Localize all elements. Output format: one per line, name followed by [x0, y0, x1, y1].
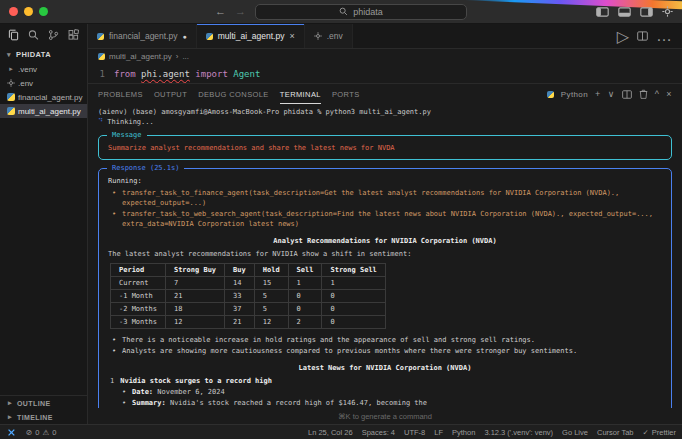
command-center-search[interactable]: phidata	[255, 4, 467, 20]
more-actions-icon[interactable]: …	[656, 27, 672, 45]
activity-bar	[0, 24, 87, 46]
traffic-lights	[9, 7, 48, 16]
editor-tab-bar: financial_agent.py ● multi_ai_agent.py ×…	[88, 24, 682, 49]
tool-call-text: transfer_task_to_finance_agent(task_desc…	[122, 188, 662, 208]
shell-label[interactable]: Python	[561, 90, 588, 99]
cursor-position[interactable]: Ln 25, Col 26	[308, 428, 353, 437]
python-icon	[98, 53, 105, 60]
section-heading-recommendations: Analyst Recommendations for NVIDIA Corpo…	[108, 236, 662, 246]
problems-indicator[interactable]: ⊘ 0 ⚠ 0	[26, 428, 56, 437]
project-root-header[interactable]: ▾ PHIDATA	[0, 46, 87, 62]
breadcrumb-file[interactable]: multi_ai_agent.py	[109, 52, 172, 61]
column-header: Buy	[225, 264, 255, 277]
table-cell: 12	[254, 316, 288, 329]
tool-call-item: • transfer_task_to_finance_agent(task_de…	[112, 188, 662, 208]
minimize-window-button[interactable]	[24, 7, 33, 16]
statusbar-right: Ln 25, Col 26 Spaces: 4 UTF-8 LF Python …	[308, 428, 676, 437]
table-cell: 14	[225, 277, 255, 290]
note-text: Analysts are showing more cautiousness c…	[122, 346, 577, 356]
forward-arrow-icon[interactable]: →	[235, 6, 246, 17]
settings-gear-icon[interactable]	[662, 6, 673, 17]
breadcrumb-more[interactable]: ...	[182, 52, 189, 61]
tab-env[interactable]: .env	[305, 24, 353, 48]
tab-ports[interactable]: PORTS	[332, 84, 360, 104]
line-number: 1	[88, 69, 114, 79]
close-icon[interactable]: ×	[289, 31, 294, 41]
toggle-sidebar-icon[interactable]	[596, 7, 609, 17]
tab-output[interactable]: OUTPUT	[154, 84, 187, 104]
tab-terminal[interactable]: TERMINAL	[280, 84, 321, 104]
tab-financial-agent[interactable]: financial_agent.py ●	[88, 24, 197, 48]
indentation[interactable]: Spaces: 4	[362, 428, 395, 437]
chevron-down-icon: ▾	[5, 51, 13, 59]
tab-label: multi_ai_agent.py	[218, 31, 285, 41]
search-sidebar-icon[interactable]	[28, 29, 39, 41]
title-bar: ← → phidata	[0, 0, 682, 24]
response-panel-title: Response (25.1s)	[107, 164, 184, 173]
terminal-prompt-line: (aienv) (base) amosgyamfi@Amoss-MacBook-…	[98, 107, 672, 117]
sidebar-bottom-sections: ▸ OUTLINE ▸ TIMELINE	[0, 395, 87, 424]
detail-label: Date:	[132, 388, 153, 396]
new-terminal-button[interactable]: +	[595, 90, 601, 99]
explorer-files-icon[interactable]	[8, 29, 19, 41]
zoom-window-button[interactable]	[39, 7, 48, 16]
news-item: 1 Nvidia stock surges to a record high	[110, 376, 662, 386]
check-icon: ✓	[643, 428, 649, 437]
section-label: OUTLINE	[17, 400, 51, 407]
status-bar: ⊘ 0 ⚠ 0 Ln 25, Col 26 Spaces: 4 UTF-8 LF…	[0, 424, 682, 439]
panel-tab-bar: PROBLEMS OUTPUT DEBUG CONSOLE TERMINAL P…	[88, 84, 682, 104]
language-mode[interactable]: Python	[452, 428, 475, 437]
tab-multi-ai-agent[interactable]: multi_ai_agent.py ×	[197, 24, 305, 48]
cursor-tab-toggle[interactable]: Cursor Tab	[597, 428, 634, 437]
terminal-hint: ⌘K to generate a command	[88, 408, 682, 424]
table-cell: 12	[165, 316, 224, 329]
go-live-button[interactable]: Go Live	[562, 428, 588, 437]
trash-icon[interactable]	[639, 89, 648, 99]
close-window-button[interactable]	[9, 7, 18, 16]
editor-column: financial_agent.py ● multi_ai_agent.py ×…	[88, 24, 682, 424]
python-file-icon	[7, 93, 15, 101]
modified-dot-icon[interactable]: ●	[183, 33, 187, 40]
tab-problems[interactable]: PROBLEMS	[98, 84, 143, 104]
bullet-icon: •	[112, 209, 117, 229]
back-arrow-icon[interactable]: ←	[215, 6, 226, 17]
toggle-panel-icon[interactable]	[618, 7, 631, 17]
prettier-status[interactable]: ✓Prettier	[643, 428, 676, 437]
run-button[interactable]: ▷	[617, 27, 629, 46]
sidebar-item-env[interactable]: .env	[0, 76, 87, 90]
bullet-icon: •	[112, 346, 117, 356]
split-terminal-icon[interactable]	[622, 90, 632, 99]
titlebar-layout-controls	[596, 6, 673, 17]
table-cell: 7	[165, 277, 224, 290]
split-editor-icon[interactable]	[637, 31, 648, 41]
remote-indicator[interactable]	[0, 425, 20, 439]
sidebar-item-financial-agent[interactable]: financial_agent.py	[0, 90, 87, 104]
terminal-output[interactable]: (aienv) (base) amosgyamfi@Amoss-MacBook-…	[88, 104, 682, 408]
analysis-note: • There is a noticeable increase in hold…	[112, 335, 662, 345]
toggle-secondary-sidebar-icon[interactable]	[640, 7, 653, 17]
thinking-text: Thinking...	[107, 118, 153, 126]
encoding[interactable]: UTF-8	[404, 428, 425, 437]
gear-file-icon	[7, 79, 15, 87]
breadcrumb[interactable]: multi_ai_agent.py › ...	[88, 49, 682, 64]
sidebar-item-multi-ai-agent[interactable]: multi_ai_agent.py	[0, 104, 87, 118]
code-editor[interactable]: 1 from phi.agent import Agent	[88, 64, 682, 83]
outline-section-header[interactable]: ▸ OUTLINE	[0, 396, 87, 410]
source-control-icon[interactable]	[48, 29, 59, 41]
table-cell: -2 Months	[111, 303, 166, 316]
sidebar-item-venv[interactable]: ▸ .venv	[0, 62, 87, 76]
tab-debug-console[interactable]: DEBUG CONSOLE	[198, 84, 269, 104]
extensions-icon[interactable]	[68, 29, 79, 41]
table-row: -2 Months 18 37 5 0 0	[111, 303, 386, 316]
close-panel-icon[interactable]: ×	[666, 90, 672, 99]
python-interpreter[interactable]: 3.12.3 ('.venv': venv)	[484, 428, 553, 437]
column-header: Period	[111, 264, 166, 277]
breadcrumb-separator-icon: ›	[176, 52, 179, 61]
eol-sequence[interactable]: LF	[434, 428, 443, 437]
detail-value: November 6, 2024	[153, 388, 225, 396]
chevron-right-icon: ▸	[7, 65, 15, 73]
terminal-dropdown-icon[interactable]: ∨	[608, 90, 615, 99]
table-cell: 21	[165, 290, 224, 303]
maximize-panel-icon[interactable]: ^	[655, 90, 660, 99]
timeline-section-header[interactable]: ▸ TIMELINE	[0, 410, 87, 424]
